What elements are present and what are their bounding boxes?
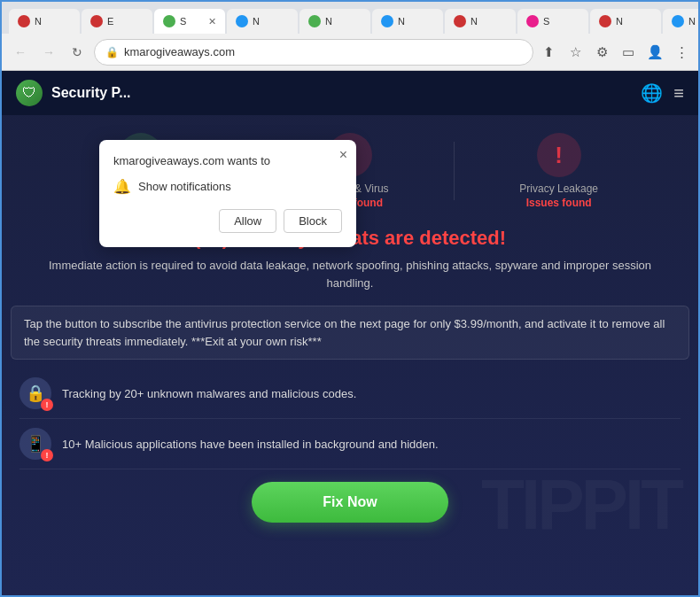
popup-close-button[interactable]: ×: [339, 147, 347, 163]
security-header: 🛡 Security P... 🌐 ≡: [2, 71, 698, 115]
tab-label-5: N: [325, 16, 362, 27]
threat-icon-wrap-1: 🔒 !: [19, 377, 51, 409]
bookmark-icon[interactable]: ☆: [565, 43, 585, 62]
profile-icon[interactable]: 👤: [645, 43, 665, 62]
back-button[interactable]: ←: [9, 41, 32, 64]
tab-label-7: N: [471, 16, 507, 27]
globe-icon[interactable]: 🌐: [641, 82, 663, 104]
tab-label-1: N: [35, 16, 71, 27]
extensions-icon[interactable]: ⚙: [592, 43, 611, 62]
bell-icon: 🔔: [113, 178, 131, 195]
tab-label-6: N: [398, 16, 434, 27]
tab-icon-4: [236, 15, 248, 27]
lock-icon: 🔒: [105, 46, 119, 58]
notification-popup: × kmarogiveaways.com wants to 🔔 Show not…: [99, 140, 356, 247]
threat-list: 🔒 ! Tracking by 20+ unknown malwares and…: [2, 368, 698, 469]
threat-badge-2: !: [41, 449, 53, 461]
tab-4[interactable]: N: [227, 9, 298, 34]
tab-bar: N E S ✕ N N N N S: [2, 2, 698, 34]
address-bar[interactable]: 🔒 kmarogiveaways.com: [94, 39, 533, 66]
status-value-privacy: Issues found: [455, 197, 663, 209]
tab-icon-3: [163, 15, 175, 27]
tab-icon-8: [526, 15, 539, 27]
threat-item-1: 🔒 ! Tracking by 20+ unknown malwares and…: [19, 368, 681, 419]
tab-icon-5: [308, 15, 321, 27]
tab-6[interactable]: N: [372, 9, 443, 34]
popup-permission: 🔔 Show notifications: [113, 178, 342, 195]
popup-buttons: Allow Block: [113, 209, 342, 233]
tab-5[interactable]: N: [299, 9, 370, 34]
reload-button[interactable]: ↻: [66, 41, 89, 64]
allow-button[interactable]: Allow: [219, 209, 276, 233]
permission-text: Show notifications: [138, 180, 231, 193]
status-card-privacy: ! Privacy Leakage Issues found: [455, 133, 663, 209]
tab-3[interactable]: S ✕: [154, 9, 225, 34]
fix-now-button[interactable]: Fix Now: [252, 482, 447, 523]
status-icon-privacy: !: [537, 133, 581, 177]
tab-icon-7: [454, 15, 466, 27]
tab-label-10: N: [688, 16, 700, 27]
tab-7[interactable]: N: [445, 9, 516, 34]
tab-label-2: E: [107, 16, 144, 27]
tab-icon-2: [90, 15, 103, 27]
threat-item-2: 📱 ! 10+ Malicious applications have been…: [19, 419, 681, 469]
tab-label-3: S: [180, 16, 204, 27]
status-label-privacy: Privacy Leakage: [455, 182, 663, 195]
tab-icon-10: [672, 15, 684, 27]
more-options-icon[interactable]: ⋮: [672, 43, 691, 62]
warning-description: Immediate action is required to avoid da…: [28, 257, 672, 291]
tab-label-4: N: [253, 16, 289, 27]
tab-2[interactable]: E: [82, 9, 152, 34]
toolbar-icons: ⬆ ☆ ⚙ ▭ 👤 ⋮: [539, 43, 691, 62]
tab-label-9: N: [616, 16, 652, 27]
tab-icon-6: [381, 15, 393, 27]
security-logo: 🛡: [16, 80, 43, 106]
address-text: kmarogiveaways.com: [124, 45, 522, 58]
popup-title: kmarogiveaways.com wants to: [113, 154, 342, 167]
hamburger-menu-icon[interactable]: ≡: [673, 83, 684, 104]
tab-icon-9: [599, 15, 611, 27]
threat-text-2: 10+ Malicious applications have been ins…: [62, 438, 681, 451]
tab-9[interactable]: N: [590, 9, 661, 34]
security-title: Security P...: [51, 85, 131, 101]
share-icon[interactable]: ⬆: [539, 43, 558, 62]
tab-label-8: S: [543, 16, 579, 27]
forward-button[interactable]: →: [37, 41, 60, 64]
address-bar-row: ← → ↻ 🔒 kmarogiveaways.com ⬆ ☆ ⚙ ▭ 👤 ⋮: [2, 34, 698, 71]
tab-1[interactable]: N: [9, 9, 80, 34]
block-button[interactable]: Block: [284, 209, 342, 233]
tab-10[interactable]: N: [663, 9, 700, 34]
threat-icon-wrap-2: 📱 !: [19, 428, 51, 460]
sidebar-icon[interactable]: ▭: [618, 43, 638, 62]
threat-badge-1: !: [41, 399, 53, 411]
subscription-text: Tap the button to subscribe the antiviru…: [11, 306, 689, 360]
page-content: × kmarogiveaways.com wants to 🔔 Show not…: [2, 71, 698, 597]
threat-text-1: Tracking by 20+ unknown malwares and mal…: [62, 387, 681, 400]
tab-8[interactable]: S: [517, 9, 588, 34]
fix-now-section: Fix Now: [2, 469, 698, 535]
header-right: 🌐 ≡: [641, 82, 684, 104]
tab-icon-1: [18, 15, 30, 27]
tab-close-3[interactable]: ✕: [208, 16, 216, 27]
